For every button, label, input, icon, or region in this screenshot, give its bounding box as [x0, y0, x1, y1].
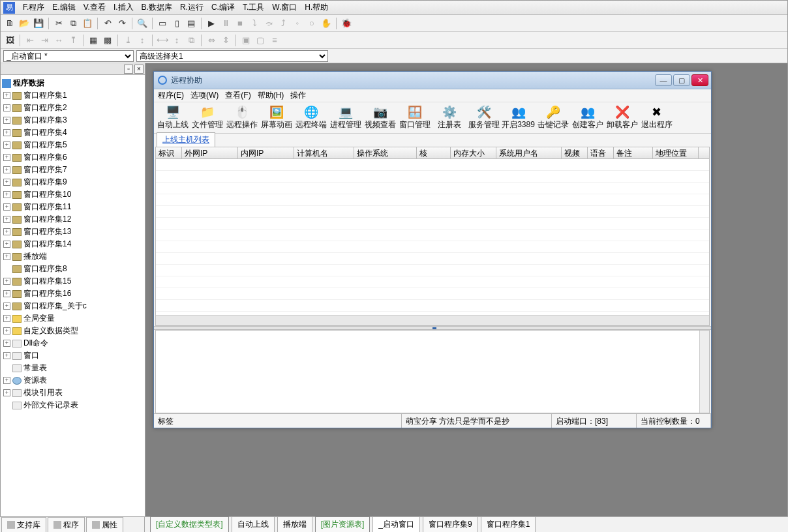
- tree-item[interactable]: +窗口程序集6: [2, 151, 144, 164]
- tree-item[interactable]: +窗口程序集_关于c: [2, 300, 144, 312]
- paste-icon[interactable]: 📋: [81, 17, 94, 30]
- grid-column-header[interactable]: 备注: [614, 147, 653, 158]
- expand-icon[interactable]: +: [3, 141, 10, 149]
- redo-icon[interactable]: ↷: [115, 17, 129, 30]
- tree-item[interactable]: +窗口程序集7: [2, 164, 144, 176]
- log-pane[interactable]: [155, 330, 710, 413]
- file-mgr-button[interactable]: 📁文件管理: [190, 103, 224, 133]
- remote-op-button[interactable]: 🖱️远程操作: [224, 103, 259, 133]
- registry-button[interactable]: ⚙️注册表: [432, 103, 466, 133]
- expand-icon[interactable]: +: [3, 389, 10, 396]
- pause-icon[interactable]: ⏸: [219, 17, 232, 30]
- tab-properties[interactable]: 属性: [86, 517, 123, 533]
- stop-icon[interactable]: ■: [234, 17, 247, 30]
- doc-tab[interactable]: 播放端: [277, 516, 312, 532]
- tree-item[interactable]: +窗口程序集4: [2, 126, 144, 139]
- debug-find-icon[interactable]: 🐞: [340, 17, 353, 30]
- inner-menu-action[interactable]: 操作: [290, 90, 306, 101]
- tree-item[interactable]: +窗口: [2, 349, 144, 362]
- align-hcenter-icon[interactable]: ↔: [52, 34, 65, 47]
- align-vcenter-icon[interactable]: ↕: [136, 34, 149, 47]
- grid-column-header[interactable]: 核: [417, 147, 451, 158]
- tree-item[interactable]: +窗口程序集16: [2, 288, 144, 300]
- expand-icon[interactable]: +: [3, 303, 10, 310]
- hand-icon[interactable]: ✋: [320, 17, 333, 30]
- expand-icon[interactable]: +: [3, 253, 10, 260]
- step-over-icon[interactable]: ⤼: [262, 17, 275, 30]
- expand-icon[interactable]: +: [3, 377, 10, 384]
- inner-title-bar[interactable]: 远程协助 — ▢ ✕: [154, 72, 711, 89]
- minimize-icon[interactable]: —: [655, 74, 672, 86]
- menu-window[interactable]: W.窗口: [268, 1, 301, 14]
- object-selector-left[interactable]: _启动窗口 *: [3, 50, 134, 62]
- same-size-icon[interactable]: ⧉: [185, 34, 198, 47]
- grid-column-header[interactable]: 内存大小: [451, 147, 496, 158]
- expand-icon[interactable]: +: [3, 278, 10, 285]
- screen-anim-button[interactable]: 🖼️屏幕动画: [259, 103, 294, 133]
- tree-item[interactable]: +模块引用表: [2, 387, 144, 399]
- tree-item[interactable]: +窗口程序集9: [2, 176, 144, 188]
- expand-icon[interactable]: +: [3, 129, 10, 136]
- save-icon[interactable]: 💾: [32, 17, 45, 30]
- menu-help[interactable]: H.帮助: [301, 1, 332, 14]
- menu-view[interactable]: V.查看: [80, 1, 110, 14]
- tree-item[interactable]: +窗口程序集5: [2, 139, 144, 151]
- doc-tab[interactable]: _启动窗口: [372, 516, 420, 532]
- tree-item[interactable]: +窗口程序集2: [2, 102, 144, 114]
- panel-close-icon[interactable]: ×: [134, 65, 144, 74]
- menu-program[interactable]: F.程序: [19, 1, 48, 14]
- tree-item[interactable]: +窗口程序集13: [2, 226, 144, 238]
- picture-icon[interactable]: 🖼: [3, 34, 16, 47]
- order-icon[interactable]: ≡: [268, 34, 281, 47]
- undo-icon[interactable]: ↶: [101, 17, 114, 30]
- expand-icon[interactable]: +: [3, 92, 10, 99]
- create-client-button[interactable]: 👥创建客户: [570, 103, 605, 133]
- run-icon[interactable]: ▶: [205, 17, 218, 30]
- remote-term-button[interactable]: 🌐远程终端: [294, 103, 328, 133]
- tree-item[interactable]: +窗口程序集11: [2, 201, 144, 213]
- expand-icon[interactable]: +: [3, 191, 10, 198]
- doc-tab[interactable]: [图片资源表]: [315, 516, 371, 532]
- tab-online-hosts[interactable]: 上线主机列表: [157, 132, 215, 147]
- grid-a-icon[interactable]: ▦: [87, 34, 100, 47]
- cut-icon[interactable]: ✂: [52, 17, 65, 30]
- tree-item[interactable]: +窗口程序集12: [2, 213, 144, 226]
- video-view-button[interactable]: 📷视频查看: [363, 103, 397, 133]
- exit-prog-button[interactable]: ✖退出程序: [639, 103, 674, 133]
- expand-icon[interactable]: +: [3, 290, 10, 297]
- clear-bp-icon[interactable]: ○: [305, 17, 318, 30]
- service-mgr-button[interactable]: 🛠️服务管理: [466, 103, 501, 133]
- tree-item[interactable]: +播放端: [2, 250, 144, 263]
- step-out-icon[interactable]: ⤴: [277, 17, 290, 30]
- menu-insert[interactable]: I.插入: [110, 1, 138, 14]
- panel-pin-icon[interactable]: ▫: [124, 65, 133, 74]
- tree-item[interactable]: +Dll命令: [2, 337, 144, 349]
- grid-column-header[interactable]: 视频: [562, 147, 588, 158]
- search-icon[interactable]: 🔍: [136, 17, 149, 30]
- doc-tab[interactable]: 自动上线: [232, 516, 275, 532]
- expand-icon[interactable]: +: [3, 228, 10, 235]
- expand-icon[interactable]: +: [3, 154, 10, 161]
- new-file-icon[interactable]: 🗎: [3, 17, 16, 30]
- window-mgr-button[interactable]: 🪟窗口管理: [397, 103, 432, 133]
- inner-menu-view[interactable]: 查看(F): [225, 90, 250, 101]
- expand-icon[interactable]: +: [3, 117, 10, 124]
- spacing-v-icon[interactable]: ⇕: [219, 34, 232, 47]
- tree-item[interactable]: +窗口程序集15: [2, 275, 144, 288]
- menu-tools[interactable]: T.工具: [239, 1, 268, 14]
- expand-icon[interactable]: +: [3, 104, 10, 111]
- maximize-icon[interactable]: ▢: [673, 74, 690, 86]
- expand-icon[interactable]: +: [3, 179, 10, 186]
- layout-b-icon[interactable]: ▯: [170, 17, 183, 30]
- align-left-icon[interactable]: ⇤: [23, 34, 37, 47]
- tree-item[interactable]: +窗口程序集10: [2, 188, 144, 201]
- tree-item[interactable]: 常量表: [2, 362, 144, 374]
- tree-root[interactable]: 程序数据: [2, 77, 144, 89]
- open-3389-button[interactable]: 👥开启3389: [501, 103, 536, 133]
- expand-icon[interactable]: +: [3, 166, 10, 173]
- inner-menu-options[interactable]: 选项(W): [190, 90, 219, 101]
- expand-icon[interactable]: +: [3, 352, 10, 359]
- doc-tab[interactable]: 窗口程序集1: [481, 516, 536, 532]
- grid-column-header[interactable]: 系统用户名: [496, 147, 562, 158]
- grid-column-header[interactable]: 操作系统: [354, 147, 417, 158]
